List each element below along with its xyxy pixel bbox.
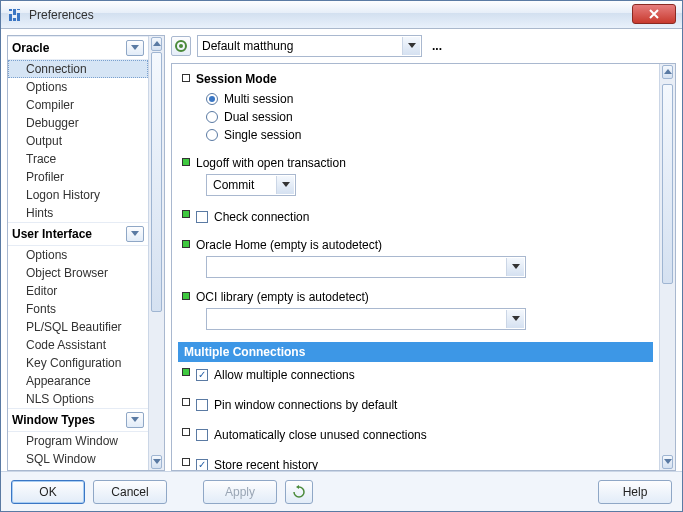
nav-section-label: User Interface bbox=[12, 227, 92, 241]
nav-item-label: Fonts bbox=[26, 302, 56, 316]
profile-icon-box bbox=[171, 36, 191, 56]
svg-rect-4 bbox=[12, 15, 17, 18]
nav-item-test-window[interactable]: Test Window bbox=[8, 468, 148, 470]
button-label: Help bbox=[623, 485, 648, 499]
nav-scrollbar[interactable] bbox=[148, 36, 164, 470]
oci-library-select[interactable] bbox=[206, 308, 526, 330]
nav-item-label: Appearance bbox=[26, 374, 91, 388]
check-connection-checkbox[interactable]: Check connection bbox=[196, 208, 649, 226]
allow-multiple-checkbox[interactable]: ✓Allow multiple connections bbox=[196, 366, 649, 384]
nav-section-user-interface[interactable]: User Interface bbox=[8, 222, 148, 246]
collapse-button[interactable] bbox=[126, 40, 144, 56]
dropdown-button[interactable] bbox=[402, 37, 420, 55]
profile-select[interactable]: Default matthung bbox=[197, 35, 422, 57]
close-button[interactable] bbox=[632, 4, 676, 24]
radio-icon bbox=[206, 111, 218, 123]
chevron-down-icon bbox=[131, 231, 139, 237]
oracle-home-select[interactable] bbox=[206, 256, 526, 278]
ok-button[interactable]: OK bbox=[11, 480, 85, 504]
scroll-down-button[interactable] bbox=[151, 455, 162, 469]
nav-item-plsql-beautifier[interactable]: PL/SQL Beautifier bbox=[8, 318, 148, 336]
nav-item-trace[interactable]: Trace bbox=[8, 150, 148, 168]
scroll-up-button[interactable] bbox=[151, 37, 162, 51]
nav-item-nls-options[interactable]: NLS Options bbox=[8, 390, 148, 408]
nav-item-label: Debugger bbox=[26, 116, 79, 130]
cancel-button[interactable]: Cancel bbox=[93, 480, 167, 504]
change-marker-icon bbox=[182, 240, 190, 248]
dropdown-button[interactable] bbox=[506, 258, 524, 276]
checkbox-icon: ✓ bbox=[196, 369, 208, 381]
chevron-up-icon bbox=[664, 69, 672, 75]
nav-item-debugger[interactable]: Debugger bbox=[8, 114, 148, 132]
nav-item-program-window[interactable]: Program Window bbox=[8, 432, 148, 450]
nav-item-sql-window[interactable]: SQL Window bbox=[8, 450, 148, 468]
body-area: Oracle Connection Options Compiler Debug… bbox=[1, 29, 682, 471]
scroll-down-button[interactable] bbox=[662, 455, 673, 469]
dropdown-button[interactable] bbox=[506, 310, 524, 328]
chevron-down-icon bbox=[664, 459, 672, 465]
content-scrollbar[interactable] bbox=[659, 64, 675, 470]
checkbox-icon bbox=[196, 429, 208, 441]
pin-window-block: Pin window connections by default bbox=[178, 392, 653, 422]
dropdown-button[interactable] bbox=[276, 176, 294, 194]
auto-close-checkbox[interactable]: Automatically close unused connections bbox=[196, 426, 649, 444]
nav-item-label: SQL Window bbox=[26, 452, 96, 466]
session-mode-block: Session Mode Multi session Dual session … bbox=[178, 68, 653, 152]
nav-item-profiler[interactable]: Profiler bbox=[8, 168, 148, 186]
close-icon bbox=[648, 9, 660, 19]
chevron-up-icon bbox=[153, 41, 161, 47]
session-mode-label: Session Mode bbox=[196, 72, 649, 86]
nav-item-ui-options[interactable]: Options bbox=[8, 246, 148, 264]
help-button[interactable]: Help bbox=[598, 480, 672, 504]
store-recent-checkbox[interactable]: ✓Store recent history bbox=[196, 456, 649, 470]
nav-item-compiler[interactable]: Compiler bbox=[8, 96, 148, 114]
nav-item-fonts[interactable]: Fonts bbox=[8, 300, 148, 318]
oci-library-label: OCI library (empty is autodetect) bbox=[196, 290, 649, 304]
chevron-down-icon bbox=[512, 264, 520, 270]
apply-button[interactable]: Apply bbox=[203, 480, 277, 504]
collapse-button[interactable] bbox=[126, 412, 144, 428]
nav-item-code-assistant[interactable]: Code Assistant bbox=[8, 336, 148, 354]
checkbox-label: Store recent history bbox=[214, 458, 318, 470]
nav-section-oracle[interactable]: Oracle bbox=[8, 36, 148, 60]
reset-button[interactable] bbox=[285, 480, 313, 504]
nav-item-connection[interactable]: Connection bbox=[8, 60, 148, 78]
preferences-window: Preferences Oracle Connection Options Co… bbox=[0, 0, 683, 512]
nav-item-label: Trace bbox=[26, 152, 56, 166]
change-marker-icon bbox=[182, 74, 190, 82]
scroll-thumb[interactable] bbox=[662, 84, 673, 284]
chevron-down-icon bbox=[153, 459, 161, 465]
pin-window-checkbox[interactable]: Pin window connections by default bbox=[196, 396, 649, 414]
radio-multi-session[interactable]: Multi session bbox=[196, 90, 649, 108]
radio-dual-session[interactable]: Dual session bbox=[196, 108, 649, 126]
nav-item-logon-history[interactable]: Logon History bbox=[8, 186, 148, 204]
chevron-down-icon bbox=[512, 316, 520, 322]
nav-item-appearance[interactable]: Appearance bbox=[8, 372, 148, 390]
nav-item-options[interactable]: Options bbox=[8, 78, 148, 96]
logoff-select[interactable]: Commit bbox=[206, 174, 296, 196]
radio-single-session[interactable]: Single session bbox=[196, 126, 649, 144]
checkbox-label: Pin window connections by default bbox=[214, 398, 397, 412]
nav-section-label: Oracle bbox=[12, 41, 49, 55]
nav-item-output[interactable]: Output bbox=[8, 132, 148, 150]
gear-icon bbox=[174, 39, 188, 53]
change-marker-icon bbox=[182, 458, 190, 466]
scroll-up-button[interactable] bbox=[662, 65, 673, 79]
radio-icon bbox=[206, 93, 218, 105]
profile-more-button[interactable]: ... bbox=[428, 37, 446, 55]
nav-section-window-types[interactable]: Window Types bbox=[8, 408, 148, 432]
scroll-thumb[interactable] bbox=[151, 52, 162, 312]
change-marker-icon bbox=[182, 398, 190, 406]
nav-item-object-browser[interactable]: Object Browser bbox=[8, 264, 148, 282]
svg-rect-3 bbox=[8, 11, 13, 14]
button-label: OK bbox=[39, 485, 56, 499]
radio-icon bbox=[206, 129, 218, 141]
oracle-home-label: Oracle Home (empty is autodetect) bbox=[196, 238, 649, 252]
svg-point-7 bbox=[179, 44, 183, 48]
nav-item-hints[interactable]: Hints bbox=[8, 204, 148, 222]
nav-item-key-configuration[interactable]: Key Configuration bbox=[8, 354, 148, 372]
checkbox-label: Check connection bbox=[214, 210, 309, 224]
nav-item-editor[interactable]: Editor bbox=[8, 282, 148, 300]
collapse-button[interactable] bbox=[126, 226, 144, 242]
oci-library-block: OCI library (empty is autodetect) bbox=[178, 286, 653, 338]
